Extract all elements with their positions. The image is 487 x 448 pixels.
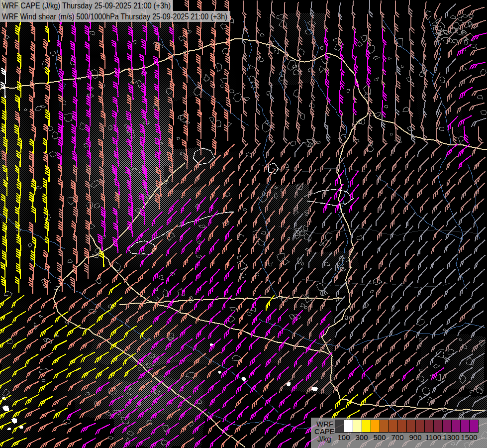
svg-text:500: 500	[373, 433, 386, 442]
svg-text:300: 300	[355, 433, 368, 442]
svg-text:900: 900	[409, 433, 421, 442]
svg-text:100: 100	[337, 433, 350, 442]
svg-text:1500: 1500	[461, 433, 477, 442]
svg-text:700: 700	[391, 433, 403, 442]
svg-text:J/kg: J/kg	[317, 435, 331, 443]
svg-text:1100: 1100	[425, 433, 441, 442]
svg-text:1300: 1300	[443, 433, 459, 442]
svg-text:WRF CAPE (J/kg) Thursday 25-09: WRF CAPE (J/kg) Thursday 25-09-2025 21:0…	[2, 1, 171, 10]
svg-text:WRF Wind shear (m/s) 500/1000h: WRF Wind shear (m/s) 500/1000hPa Thursda…	[2, 12, 227, 21]
